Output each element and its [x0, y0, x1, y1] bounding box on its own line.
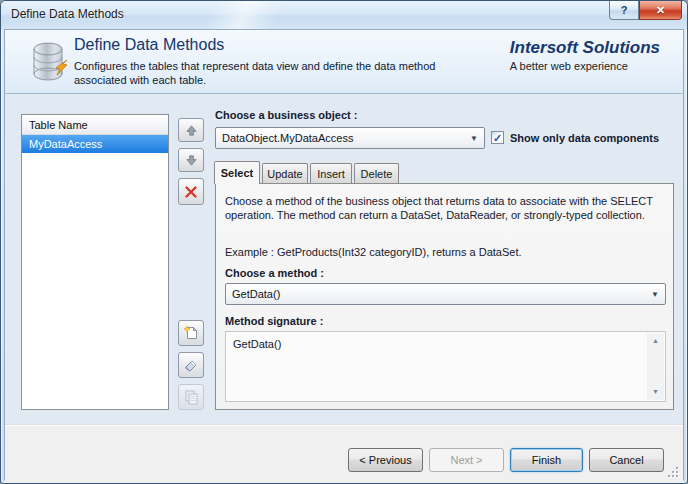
close-icon: ✕ [656, 4, 665, 16]
new-document-icon [183, 325, 199, 341]
scroll-up-icon[interactable]: ▲ [647, 333, 664, 349]
database-icon [30, 40, 68, 84]
delete-x-icon [184, 185, 198, 199]
finish-button[interactable]: Finish [510, 448, 583, 472]
table-list-column-header: Table Name [22, 115, 168, 135]
move-down-button[interactable] [178, 148, 204, 172]
help-icon: ? [621, 4, 628, 16]
delete-table-button[interactable] [178, 178, 204, 205]
business-object-label: Choose a business object : [215, 109, 357, 121]
chevron-down-icon: ▼ [470, 134, 478, 143]
arrow-down-icon [185, 154, 198, 167]
signature-label: Method signature : [225, 315, 323, 327]
move-up-button[interactable] [178, 118, 204, 142]
brand-block: Intersoft Solutions A better web experie… [510, 38, 660, 72]
scroll-down-icon[interactable]: ▼ [647, 384, 664, 400]
cancel-button[interactable]: Cancel [589, 448, 664, 472]
tab-insert[interactable]: Insert [310, 163, 352, 184]
business-object-value: DataObject.MyDataAccess [222, 132, 353, 144]
show-only-label: Show only data components [510, 132, 659, 144]
erase-button[interactable] [178, 352, 204, 378]
tab-select[interactable]: Select [214, 161, 260, 184]
checkmark-icon: ✓ [493, 132, 502, 144]
page-title: Define Data Methods [74, 36, 224, 54]
dialog-window: Define Data Methods ? ✕ [0, 0, 688, 484]
footer-bar: < Previous Next > Finish Cancel [5, 424, 683, 482]
brand-name: Intersoft Solutions [510, 38, 660, 58]
method-signature-value: GetData() [233, 338, 281, 350]
arrow-up-icon [185, 124, 198, 137]
table-list: Table Name MyDataAccess [21, 114, 169, 410]
select-example: Example : GetProducts(Int32 categoryID),… [225, 246, 668, 258]
method-signature-box[interactable]: GetData() ▲ ▼ [225, 331, 666, 402]
select-tab-panel: Choose a method of the business object t… [215, 183, 674, 410]
tab-delete[interactable]: Delete [354, 163, 399, 184]
resize-grip-icon[interactable] [666, 465, 678, 477]
copy-button[interactable] [178, 384, 204, 410]
titlebar[interactable]: Define Data Methods [1, 1, 687, 29]
content-area: Table Name MyDataAccess [5, 94, 683, 424]
table-list-item-selected[interactable]: MyDataAccess [22, 135, 168, 153]
business-object-dropdown[interactable]: DataObject.MyDataAccess ▼ [215, 127, 485, 149]
wizard-header: Define Data Methods Configures the table… [5, 30, 683, 94]
help-button[interactable]: ? [609, 1, 639, 20]
add-new-button[interactable] [178, 320, 204, 346]
chevron-down-icon: ▼ [651, 290, 659, 299]
page-subtitle: Configures the tables that represent dat… [74, 59, 474, 87]
next-button[interactable]: Next > [429, 448, 504, 472]
method-dropdown[interactable]: GetData() ▼ [225, 283, 666, 305]
window-title: Define Data Methods [11, 7, 124, 21]
previous-button[interactable]: < Previous [348, 448, 423, 472]
brand-tagline: A better web experience [510, 60, 660, 72]
method-label: Choose a method : [225, 267, 324, 279]
show-only-checkbox[interactable]: ✓ [491, 131, 504, 144]
select-description: Choose a method of the business object t… [225, 194, 668, 222]
copy-documents-icon [183, 389, 199, 405]
dialog-client-area: Define Data Methods Configures the table… [4, 29, 684, 480]
signature-scrollbar[interactable]: ▲ ▼ [647, 333, 664, 400]
eraser-icon [183, 357, 199, 373]
method-value: GetData() [232, 288, 280, 300]
close-button[interactable]: ✕ [639, 1, 682, 20]
tab-update[interactable]: Update [262, 163, 308, 184]
